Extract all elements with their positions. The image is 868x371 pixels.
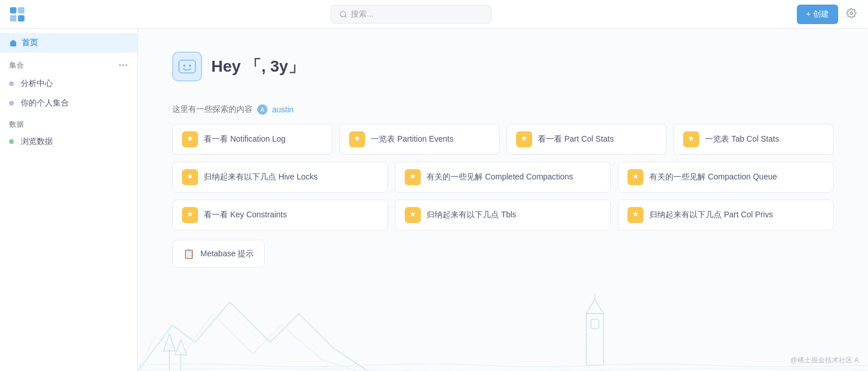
- svg-point-5: [850, 12, 853, 15]
- card-icon-5: [182, 169, 198, 185]
- navbar: 搜索... + 创建: [0, 0, 868, 29]
- svg-rect-13: [586, 314, 603, 365]
- main-content: Hey 「, 3y」 这里有一些探索的内容 A austin 看一看 Notif…: [138, 29, 868, 291]
- svg-rect-0: [10, 7, 16, 13]
- sidebar-section-collections: 集合 ···: [0, 53, 137, 74]
- greeting-avatar: [172, 52, 202, 81]
- section-label: 这里有一些探索的内容: [172, 104, 253, 115]
- card-icon-2: [349, 131, 365, 147]
- sidebar-item-home[interactable]: 首页: [0, 33, 137, 53]
- sidebar-analytics-label: 分析中心: [21, 79, 53, 89]
- card-icon-7: [627, 169, 644, 185]
- svg-rect-3: [18, 15, 24, 21]
- card-notification-log[interactable]: 看一看 Notification Log: [172, 124, 332, 155]
- hint-card-label: Metabase 提示: [200, 249, 254, 259]
- card-hive-locks[interactable]: 归纳起来有以下几点 Hive Locks: [172, 162, 388, 193]
- gear-icon: [846, 8, 857, 18]
- svg-rect-2: [10, 15, 16, 21]
- main-content-area: Hey 「, 3y」 这里有一些探索的内容 A austin 看一看 Notif…: [138, 29, 868, 371]
- app-logo[interactable]: [9, 6, 25, 22]
- card-row-2: 归纳起来有以下几点 Hive Locks 有关的一些见解 Completed C…: [172, 162, 834, 193]
- svg-marker-10: [164, 334, 175, 351]
- card-key-constraints[interactable]: 看一看 Key Constraints: [172, 200, 388, 231]
- search-icon: [339, 10, 347, 18]
- sidebar-section-data: 数据: [0, 113, 137, 132]
- sidebar-item-browse[interactable]: 浏览数据: [0, 132, 137, 151]
- search-bar[interactable]: 搜索...: [331, 5, 491, 24]
- watermark: @稀土掘金技术社区 A: [790, 356, 859, 365]
- card-part-col-stats[interactable]: 看一看 Part Col Stats: [506, 124, 666, 155]
- analytics-dot: [9, 81, 14, 86]
- card-label: 看一看 Key Constraints: [204, 210, 287, 220]
- navbar-center: 搜索...: [25, 5, 797, 24]
- card-icon-9: [405, 207, 421, 223]
- layout: 首页 集合 ··· 分析中心 你的个人集合 数据 浏览数据: [0, 29, 868, 371]
- card-label: 有关的一些见解 Compaction Queue: [649, 172, 777, 182]
- hint-icon: 📋: [183, 248, 195, 259]
- card-compaction-queue[interactable]: 有关的一些见解 Compaction Queue: [618, 162, 834, 193]
- collections-more-icon[interactable]: ···: [118, 60, 128, 72]
- card-grid: 看一看 Notification Log 一览表 Partition Event…: [172, 124, 834, 231]
- card-icon-8: [182, 207, 198, 223]
- card-label: 一览表 Tab Col Stats: [705, 134, 779, 145]
- card-icon-3: [516, 131, 532, 147]
- sidebar-item-analytics[interactable]: 分析中心: [0, 74, 137, 93]
- card-icon-6: [405, 169, 421, 185]
- sidebar-item-personal[interactable]: 你的个人集合: [0, 93, 137, 113]
- card-icon-4: [683, 131, 699, 147]
- card-label: 归纳起来有以下几点 Hive Locks: [204, 172, 317, 182]
- card-icon-1: [182, 131, 198, 147]
- settings-button[interactable]: [844, 6, 859, 22]
- card-label: 一览表 Partition Events: [371, 134, 454, 145]
- svg-marker-12: [175, 339, 187, 355]
- card-tab-col-stats[interactable]: 一览表 Tab Col Stats: [673, 124, 834, 155]
- home-icon: [9, 39, 17, 47]
- create-button[interactable]: + 创建: [797, 5, 838, 24]
- card-label: 有关的一些见解 Completed Compactions: [427, 172, 573, 182]
- greeting-section: Hey 「, 3y」: [172, 52, 834, 81]
- hint-card[interactable]: 📋 Metabase 提示: [172, 240, 265, 268]
- svg-point-7: [183, 64, 185, 67]
- card-part-col-privs[interactable]: 归纳起来有以下几点 Part Col Privs: [618, 200, 834, 231]
- section-user-link[interactable]: austin: [272, 105, 293, 114]
- card-completed-compactions[interactable]: 有关的一些见解 Completed Compactions: [395, 162, 611, 193]
- user-avatar-icon: A: [257, 104, 268, 115]
- card-icon-10: [627, 207, 644, 223]
- greeting-text: Hey 「, 3y」: [211, 56, 304, 77]
- navbar-right: + 创建: [797, 5, 859, 24]
- sidebar-browse-label: 浏览数据: [21, 136, 53, 147]
- sidebar-personal-label: 你的个人集合: [21, 98, 69, 108]
- card-row-1: 看一看 Notification Log 一览表 Partition Event…: [172, 124, 834, 155]
- navbar-left: [9, 6, 25, 22]
- card-label: 归纳起来有以下几点 Part Col Privs: [649, 210, 773, 220]
- card-label: 归纳起来有以下几点 Tbls: [427, 210, 516, 220]
- card-row-3: 看一看 Key Constraints 归纳起来有以下几点 Tbls 归纳起来有…: [172, 200, 834, 231]
- svg-marker-14: [586, 299, 603, 314]
- svg-point-4: [340, 11, 346, 16]
- card-label: 看一看 Part Col Stats: [538, 134, 614, 145]
- section-title: 这里有一些探索的内容 A austin: [172, 104, 834, 115]
- browse-dot: [9, 139, 14, 144]
- card-label: 看一看 Notification Log: [204, 134, 285, 145]
- search-placeholder: 搜索...: [351, 9, 374, 19]
- sidebar: 首页 集合 ··· 分析中心 你的个人集合 数据 浏览数据: [0, 29, 138, 371]
- personal-dot: [9, 101, 14, 106]
- sidebar-home-label: 首页: [22, 38, 38, 48]
- svg-rect-15: [591, 319, 599, 329]
- svg-rect-1: [18, 7, 24, 13]
- card-partition-events[interactable]: 一览表 Partition Events: [339, 124, 499, 155]
- svg-point-8: [189, 64, 191, 67]
- card-tbls[interactable]: 归纳起来有以下几点 Tbls: [395, 200, 611, 231]
- svg-rect-6: [179, 60, 196, 73]
